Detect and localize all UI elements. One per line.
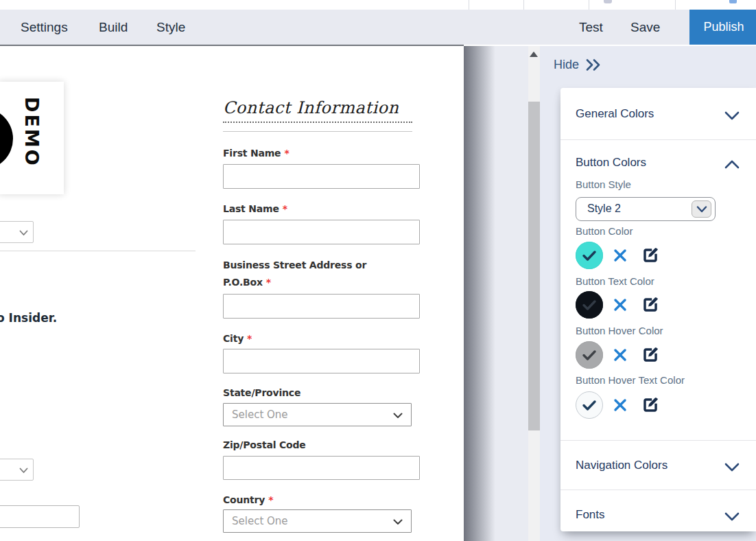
strip-divider bbox=[523, 0, 524, 10]
strip-divider bbox=[589, 0, 589, 10]
form-builder-app: Settings Build Style Test Save Publish D… bbox=[0, 0, 756, 541]
swatch-ring bbox=[576, 291, 603, 319]
select-placeholder: Select One bbox=[232, 515, 288, 527]
edit-color-icon[interactable] bbox=[641, 246, 659, 264]
hide-label: Hide bbox=[554, 58, 579, 72]
preview-scrollbar[interactable] bbox=[528, 46, 540, 541]
chevron-up-icon bbox=[724, 160, 740, 169]
style-panel: Hide General Colors Button Colors Button… bbox=[540, 46, 756, 541]
button-style-label: Button Style bbox=[576, 179, 631, 190]
field-label-country: Country* bbox=[223, 494, 273, 505]
clear-color-icon[interactable] bbox=[613, 298, 627, 312]
hide-panel-button[interactable]: Hide bbox=[554, 58, 602, 72]
last-name-input[interactable] bbox=[223, 220, 420, 244]
tab-settings[interactable]: Settings bbox=[21, 10, 68, 45]
swatch-row bbox=[576, 242, 740, 269]
swatch-label: Button Text Color bbox=[576, 275, 654, 287]
button-style-value: Style 2 bbox=[587, 203, 621, 215]
style-sections-card: General Colors Button Colors Button Styl… bbox=[560, 88, 756, 531]
color-swatch[interactable] bbox=[576, 341, 603, 369]
select-chevron-button[interactable] bbox=[692, 200, 711, 218]
publish-button[interactable]: Publish bbox=[689, 10, 756, 45]
contact-section-title: Contact Information bbox=[223, 98, 399, 117]
select-placeholder: Select One bbox=[232, 408, 288, 421]
section-fonts[interactable]: Fonts bbox=[560, 501, 756, 531]
field-label-last-name: Last Name* bbox=[223, 203, 287, 214]
section-general-colors[interactable]: General Colors bbox=[560, 100, 756, 130]
swatch-ring bbox=[576, 341, 603, 369]
strip-divider bbox=[469, 0, 469, 10]
tab-style[interactable]: Style bbox=[156, 10, 185, 45]
state-select[interactable]: Select One bbox=[223, 403, 412, 426]
form-logo: DEMO bbox=[0, 82, 64, 194]
chevron-down-icon bbox=[724, 111, 740, 120]
section-divider bbox=[560, 139, 756, 140]
clear-color-icon[interactable] bbox=[613, 249, 627, 262]
section-navigation-colors[interactable]: Navigation Colors bbox=[560, 452, 756, 482]
chevron-down-icon bbox=[394, 520, 402, 525]
section-button-colors[interactable]: Button Colors bbox=[560, 149, 756, 179]
test-button[interactable]: Test bbox=[579, 10, 603, 45]
country-select[interactable]: Select One bbox=[223, 509, 412, 533]
city-input[interactable] bbox=[223, 349, 420, 373]
edit-color-icon[interactable] bbox=[641, 346, 659, 364]
logo-circle-graphic bbox=[0, 108, 13, 170]
clipped-form-text: o Insider. bbox=[0, 311, 57, 325]
field-label-address-line1: Business Street Address or bbox=[223, 260, 366, 270]
chevron-down-icon bbox=[724, 512, 740, 521]
swatch-row bbox=[576, 391, 740, 419]
builder-navbar: Settings Build Style Test Save Publish bbox=[0, 10, 756, 45]
zip-input[interactable] bbox=[223, 456, 420, 480]
form-preview: DEMO o Insider. Contact Information Firs… bbox=[0, 46, 464, 541]
scrollbar-thumb[interactable] bbox=[528, 102, 540, 430]
section-title: Fonts bbox=[576, 508, 605, 522]
address-input[interactable] bbox=[223, 294, 420, 319]
field-label-first-name: First Name* bbox=[223, 148, 290, 159]
clipped-form-input[interactable] bbox=[0, 505, 80, 528]
clipped-form-select[interactable] bbox=[0, 221, 34, 243]
swatch-label: Button Color bbox=[576, 225, 633, 237]
field-label-city: City* bbox=[223, 333, 252, 344]
save-button[interactable]: Save bbox=[630, 10, 660, 45]
chevron-down-icon bbox=[724, 463, 740, 472]
edit-color-icon[interactable] bbox=[641, 396, 659, 414]
swatch-row bbox=[576, 291, 740, 319]
required-asterisk: * bbox=[284, 148, 289, 159]
swatch-label: Button Hover Color bbox=[576, 325, 663, 336]
clipped-toolbar-icon bbox=[729, 0, 737, 3]
clipped-toolbar-icon bbox=[604, 0, 612, 3]
form-divider bbox=[0, 251, 196, 251]
clear-color-icon[interactable] bbox=[613, 398, 627, 412]
chevron-down-icon bbox=[21, 469, 27, 473]
required-asterisk: * bbox=[266, 277, 271, 288]
swatch-row bbox=[576, 341, 740, 369]
tab-build[interactable]: Build bbox=[99, 10, 128, 45]
field-label-address-line2: P.O.Box* bbox=[223, 277, 271, 288]
required-asterisk: * bbox=[268, 494, 273, 505]
swatch-label: Button Hover Text Color bbox=[576, 374, 685, 386]
strip-divider bbox=[675, 0, 676, 10]
section-rule bbox=[223, 131, 412, 132]
color-swatch[interactable] bbox=[576, 242, 603, 269]
edit-color-icon[interactable] bbox=[641, 296, 659, 314]
chevron-down-icon bbox=[394, 414, 402, 418]
scroll-up-arrow[interactable] bbox=[530, 51, 538, 57]
browser-strip bbox=[0, 0, 756, 10]
color-swatch[interactable] bbox=[576, 291, 603, 319]
chevron-down-icon bbox=[696, 206, 707, 213]
first-name-input[interactable] bbox=[223, 164, 420, 189]
clipped-form-select[interactable] bbox=[0, 459, 34, 481]
clear-color-icon[interactable] bbox=[613, 348, 627, 362]
double-chevron-right-icon bbox=[585, 58, 602, 71]
chevron-down-icon bbox=[21, 231, 27, 235]
preview-edge-shadow bbox=[464, 46, 495, 541]
field-label-zip: Zip/Postal Code bbox=[223, 439, 306, 450]
required-asterisk: * bbox=[247, 333, 252, 344]
button-style-select[interactable]: Style 2 bbox=[576, 197, 716, 221]
swatch-ring bbox=[576, 391, 603, 419]
color-swatch[interactable] bbox=[576, 391, 603, 419]
section-title: Navigation Colors bbox=[576, 459, 668, 472]
section-divider bbox=[560, 490, 756, 490]
field-label-state: State/Province bbox=[223, 387, 300, 398]
required-asterisk: * bbox=[283, 203, 287, 214]
